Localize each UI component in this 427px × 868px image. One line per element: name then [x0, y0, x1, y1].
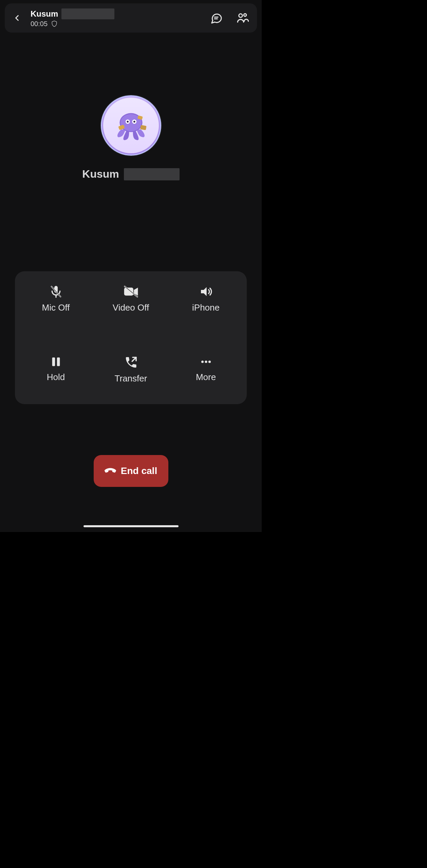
call-screen: Kusum 00:05: [0, 0, 262, 532]
octopus-avatar-icon: [107, 102, 155, 149]
speaker-icon: [199, 285, 214, 298]
people-button[interactable]: [235, 10, 251, 26]
audio-label: iPhone: [192, 302, 220, 313]
audio-output-button[interactable]: iPhone: [168, 285, 243, 320]
pause-icon: [50, 356, 62, 368]
end-call-button[interactable]: End call: [94, 455, 168, 487]
more-icon: [199, 356, 213, 368]
header-timer-row: 00:05: [31, 20, 205, 28]
people-icon: [236, 11, 250, 25]
call-header-info: Kusum 00:05: [31, 8, 205, 28]
shield-icon: [51, 20, 58, 27]
transfer-button[interactable]: Transfer: [93, 356, 168, 391]
call-timer: 00:05: [31, 20, 48, 28]
hangup-icon: [105, 467, 116, 475]
mic-label: Mic Off: [42, 302, 70, 313]
chat-button[interactable]: [208, 10, 224, 26]
svg-point-8: [127, 121, 129, 123]
svg-point-24: [205, 360, 207, 363]
transfer-icon: [124, 356, 138, 369]
call-controls-panel: Mic Off Video Off iPhone Hold: [15, 271, 247, 404]
svg-point-25: [208, 360, 210, 363]
avatar-image: [103, 98, 159, 153]
mic-toggle-button[interactable]: Mic Off: [18, 285, 93, 320]
svg-point-23: [201, 360, 203, 363]
more-button[interactable]: More: [168, 356, 243, 391]
svg-point-2: [239, 14, 243, 18]
svg-point-9: [133, 121, 135, 123]
call-center-area: Kusum: [0, 95, 262, 180]
header-name-redacted: [61, 8, 114, 19]
transfer-label: Transfer: [115, 373, 147, 384]
svg-marker-19: [201, 287, 207, 296]
header-name-row: Kusum: [31, 8, 205, 19]
svg-rect-12: [140, 125, 146, 130]
svg-rect-20: [52, 357, 55, 366]
contact-name-row: Kusum: [82, 168, 179, 180]
svg-point-3: [244, 14, 246, 16]
video-toggle-button[interactable]: Video Off: [93, 285, 168, 320]
hold-button[interactable]: Hold: [18, 356, 93, 391]
header-contact-name: Kusum: [31, 9, 58, 19]
more-label: More: [196, 372, 216, 382]
svg-rect-21: [57, 357, 60, 366]
chevron-left-icon: [12, 13, 22, 23]
header-actions: [208, 10, 254, 26]
contact-name-redacted: [124, 168, 180, 180]
call-topbar: Kusum 00:05: [5, 3, 257, 33]
mic-off-icon: [49, 285, 63, 298]
home-indicator[interactable]: [83, 525, 179, 527]
chat-icon: [209, 11, 223, 25]
video-label: Video Off: [113, 302, 149, 313]
back-button[interactable]: [6, 7, 28, 29]
contact-name: Kusum: [82, 168, 119, 180]
video-off-icon: [124, 285, 138, 298]
end-call-label: End call: [121, 466, 157, 476]
contact-avatar: [101, 95, 161, 156]
hold-label: Hold: [47, 372, 65, 382]
